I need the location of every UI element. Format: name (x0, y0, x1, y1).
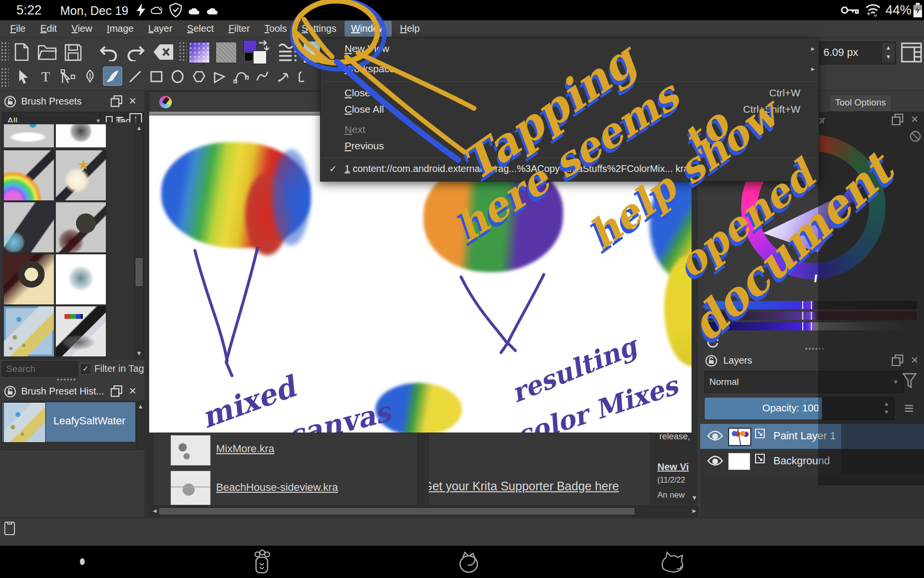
preset-thumb-glow-star[interactable]: ★ (55, 150, 106, 201)
opacity-spin[interactable]: ▲ ▼ (881, 399, 892, 418)
history-scrollbar[interactable]: ▲ (136, 402, 145, 449)
color-close-icon[interactable]: × (911, 112, 918, 127)
docker-splitter-dots2[interactable]: •••••• (805, 345, 825, 353)
menu-window[interactable]: Window (345, 21, 391, 37)
scroll-up-icon[interactable]: ▲ (137, 403, 144, 410)
history-item-leafysaltwater[interactable]: LeafySaltWater (2, 402, 135, 442)
menu-filter[interactable]: Filter (222, 21, 256, 37)
close-docker-icon[interactable]: × (129, 93, 136, 108)
history-close-icon[interactable]: × (129, 383, 136, 398)
layer-row-background[interactable]: Background (700, 449, 924, 474)
nav-cat-curl-icon[interactable] (457, 550, 480, 575)
menu-select[interactable]: Select (181, 21, 220, 37)
spin-buttons[interactable]: ▲ ▼ (882, 43, 895, 62)
scroll-left-icon[interactable]: ◄ (152, 507, 158, 515)
preset-thumb-rainbow[interactable] (3, 150, 54, 201)
pattern-swatch[interactable] (216, 42, 237, 63)
menu-edit[interactable]: Edit (34, 21, 63, 37)
nav-cat-icon[interactable] (658, 550, 683, 575)
brush-settings-icon[interactable] (277, 42, 298, 62)
file-thumbnail[interactable] (170, 435, 211, 466)
tool-line[interactable] (126, 67, 144, 86)
tool-dynamic-brush[interactable] (274, 67, 293, 86)
menu-file[interactable]: File (4, 21, 32, 37)
brush-size-spinbox[interactable]: 6.09 px ▲ ▼ (818, 41, 896, 65)
news-scroll-down-icon[interactable]: ▼ (691, 494, 698, 501)
preset-thumb-duotone[interactable] (3, 254, 54, 305)
preset-thumb-wash[interactable] (55, 306, 106, 357)
tool-select-shapes[interactable] (14, 67, 33, 86)
undo-icon[interactable] (99, 44, 118, 61)
layers-float-icon[interactable] (892, 355, 903, 366)
canvas-h-scrollbar[interactable]: ◄ ► (150, 507, 699, 516)
preset-thumb-fuzzy[interactable] (55, 254, 106, 305)
blend-mode-combo[interactable]: Normal ▼ (704, 371, 904, 393)
tool-freehand-brush[interactable] (103, 66, 122, 86)
file-thumbnail2[interactable] (170, 471, 211, 505)
scroll-up-icon[interactable]: ▲ (135, 124, 143, 132)
opacity-slider[interactable]: Opacity: 100 ▲ ▼ (704, 397, 895, 420)
recent-file-link2[interactable]: BeachHouse-sideview.kra (216, 481, 338, 494)
tool-polygon[interactable] (190, 67, 208, 86)
preset-thumb-leafysaltwater[interactable] (3, 306, 54, 357)
toolbar-grip[interactable] (1, 42, 9, 61)
layer-options-icon[interactable]: ≡ (904, 399, 914, 418)
tool-freehand-path[interactable] (253, 67, 271, 86)
tool-text[interactable]: T (37, 67, 55, 86)
new-document-icon[interactable] (13, 43, 30, 61)
tool-multibrush[interactable] (295, 67, 314, 86)
history-float-icon[interactable] (111, 385, 122, 397)
workspace-chooser-icon[interactable] (901, 42, 922, 63)
menu-tools[interactable]: Tools (258, 21, 294, 37)
foreground-background-colors[interactable] (244, 40, 270, 64)
menu-item-new-view[interactable]: New View ▸ (321, 41, 819, 57)
news-link[interactable]: New Vi (657, 461, 689, 473)
menu-settings[interactable]: Settings (295, 21, 343, 37)
layers-lock-icon[interactable] (705, 355, 718, 367)
color-float-icon[interactable] (892, 114, 903, 125)
search-input[interactable] (2, 361, 78, 377)
menu-layer[interactable]: Layer (142, 21, 179, 37)
alpha-inherit-icon[interactable] (754, 453, 766, 464)
preset-thumb-speckle[interactable] (55, 124, 106, 148)
menu-image[interactable]: Image (101, 21, 140, 37)
recent-file-link[interactable]: MixMore.kra (216, 443, 274, 455)
history-lock-icon[interactable] (4, 385, 16, 398)
scroll-right-icon[interactable]: ► (691, 507, 697, 515)
gradient-swatch[interactable] (189, 42, 210, 63)
toolbar-grip2[interactable] (179, 42, 187, 61)
tab-tool-options[interactable]: Tool Options (829, 94, 892, 112)
tool-bezier-curve[interactable] (232, 67, 250, 86)
tool-edit-shapes[interactable] (59, 67, 77, 86)
preset-thumb-feather[interactable] (3, 124, 54, 148)
layers-close-icon[interactable]: × (911, 353, 918, 368)
visibility-eye-icon[interactable] (707, 430, 723, 442)
visibility-eye-icon[interactable] (707, 455, 723, 467)
docker-splitter-dots[interactable]: •••••• (57, 376, 77, 383)
docker-lock-icon[interactable] (4, 95, 16, 108)
float-docker-icon[interactable] (111, 95, 122, 107)
nav-dot[interactable] (80, 558, 85, 565)
tools-grip[interactable] (1, 68, 9, 87)
spin-down-icon[interactable]: ▼ (882, 53, 895, 61)
nav-paw-icon[interactable] (251, 550, 272, 574)
tool-polyline[interactable] (211, 67, 229, 86)
supporter-badge-link[interactable]: Get your Krita Supporter Badge here (428, 479, 619, 493)
h-scrollbar-thumb[interactable] (159, 508, 634, 514)
filter-in-tag-checkbox[interactable]: ✓ (80, 363, 91, 375)
layer-row-paint[interactable]: Paint Layer 1 (700, 424, 924, 449)
save-icon[interactable] (64, 44, 82, 61)
scrollbar-thumb[interactable] (136, 258, 142, 286)
clear-canvas-icon[interactable] (153, 44, 174, 60)
no-color-icon[interactable] (909, 130, 922, 143)
preset-grid-scrollbar[interactable]: ▲ ▼ (134, 124, 144, 358)
preset-thumb-airbrush[interactable] (3, 202, 54, 253)
layer-filter-funnel-icon[interactable] (902, 373, 917, 389)
alpha-inherit-icon[interactable] (754, 428, 766, 439)
tool-calligraphy[interactable] (81, 67, 99, 86)
tool-ellipse[interactable] (168, 67, 187, 86)
open-document-icon[interactable] (38, 44, 57, 60)
menu-help[interactable]: Help (394, 21, 426, 37)
preset-thumb-darkblob[interactable] (55, 202, 106, 253)
menu-view[interactable]: View (65, 21, 99, 37)
